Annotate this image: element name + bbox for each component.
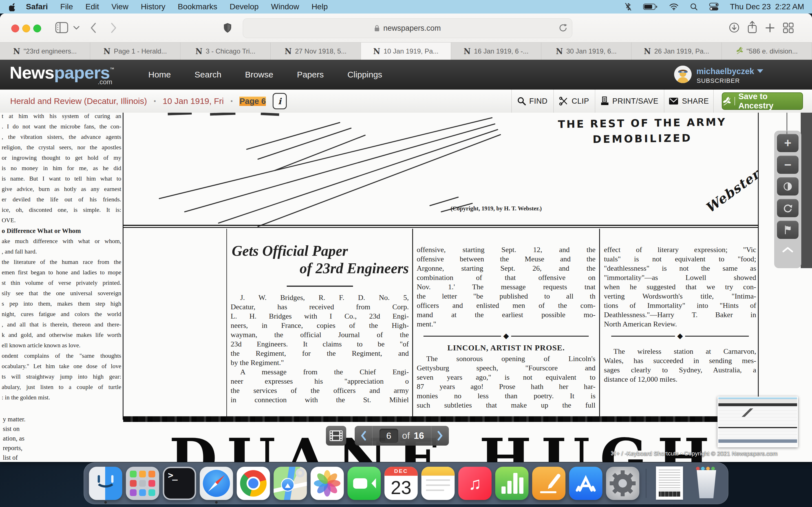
downloads-icon[interactable] (728, 22, 740, 34)
flag-icon (783, 225, 793, 235)
dock-trash[interactable] (690, 467, 723, 500)
tab-5[interactable]: N10 Jan 1919, Pa... (361, 43, 451, 60)
dock-numbers[interactable] (495, 467, 529, 500)
newsprint-line: k and gold, and otherwise makes life wor… (2, 330, 121, 340)
close-window-button[interactable] (11, 24, 19, 33)
apple-menu-icon[interactable] (9, 2, 17, 12)
minimize-window-button[interactable] (22, 24, 30, 33)
tab-9[interactable]: "586 e. division... (722, 43, 812, 60)
zoom-out-button[interactable]: − (777, 156, 799, 174)
next-page-button[interactable] (432, 426, 449, 446)
back-button[interactable] (90, 22, 96, 34)
share-label: SHARE (682, 97, 709, 106)
new-tab-icon[interactable] (765, 22, 775, 34)
bluetooth-off-icon[interactable] (624, 2, 632, 11)
keyboard-shortcuts-note: ⌘+ / -Keyboard Shortcuts • Copyright © 2… (610, 450, 777, 457)
menu-item-help[interactable]: Help (305, 2, 334, 11)
spotlight-icon[interactable] (690, 3, 698, 11)
forward-button[interactable] (110, 22, 117, 34)
zoom-window-button[interactable] (33, 24, 41, 33)
dock-facetime[interactable] (348, 467, 381, 500)
tab-7[interactable]: N30 Jan 1919, 6... (541, 43, 631, 60)
address-bar[interactable]: newspapers.com (243, 18, 572, 38)
menu-item-file[interactable]: File (54, 2, 79, 11)
user-menu[interactable]: michaelbyczek (696, 66, 763, 76)
menu-item-bookmarks[interactable]: Bookmarks (172, 2, 223, 11)
dock-safari[interactable] (200, 467, 233, 500)
sidebar-toggle-icon[interactable] (55, 22, 68, 34)
nav-papers[interactable]: Papers (297, 70, 324, 79)
find-button[interactable]: FIND (511, 90, 553, 113)
newspapers-logo[interactable]: Newspapers™ .com (10, 62, 114, 82)
dock-pages[interactable] (532, 467, 566, 500)
menu-item-edit[interactable]: Edit (79, 2, 105, 11)
dock-appstore[interactable] (569, 467, 603, 500)
sidebar-chevron-down-icon[interactable] (73, 26, 80, 31)
previous-page-button[interactable] (355, 426, 372, 446)
save-to-ancestry-button[interactable]: Save to Ancestry (722, 93, 803, 110)
newsprint-line: sily see that the one universal sovereig… (2, 288, 121, 298)
paper-title-link[interactable]: Herald and Review (Decatur, Illinois) (10, 96, 147, 106)
wifi-icon[interactable] (669, 3, 679, 10)
column-rule (599, 229, 600, 416)
newsprint-line: 87 years ago! Prose hath her har- (417, 382, 596, 391)
dock-maps[interactable] (274, 467, 307, 500)
paper-date-link[interactable]: 10 Jan 1919, Fri (163, 96, 224, 106)
dock-document[interactable] (653, 467, 686, 500)
dock-calendar[interactable]: DEC23 (385, 467, 418, 500)
newsprint-line: the Regiment, for the Regiment, and (231, 349, 409, 358)
share-button[interactable]: SHARE (664, 90, 713, 113)
nav-browse[interactable]: Browse (245, 70, 273, 79)
dock-settings[interactable] (606, 467, 640, 500)
flag-button[interactable] (777, 221, 799, 239)
tab-1[interactable]: N"23rd engineers... (0, 43, 90, 60)
menu-item-safari[interactable]: Safari (20, 2, 54, 11)
nav-search[interactable]: Search (195, 70, 221, 79)
menu-item-view[interactable]: View (105, 2, 135, 11)
current-page-input[interactable]: 6 (379, 429, 398, 443)
total-pages: 16 (414, 431, 424, 441)
control-center-icon[interactable] (709, 3, 719, 11)
tab-overview-icon[interactable] (783, 22, 794, 35)
newsprint-line: neers, in France, copies of the High- (231, 321, 409, 330)
share-icon[interactable] (747, 21, 758, 35)
tab-2[interactable]: NPage 1 - Herald... (90, 43, 181, 60)
info-button[interactable]: i (273, 93, 287, 109)
menu-item-history[interactable]: History (135, 2, 171, 11)
newsprint-line: , the vibration sisters, the advance age… (2, 132, 121, 142)
dock-launchpad[interactable] (126, 467, 159, 500)
newsprint-line: s pep into them, makes them step high (2, 298, 121, 309)
tab-3[interactable]: N3 - Chicago Tri... (181, 43, 271, 60)
menu-item-window[interactable]: Window (265, 2, 305, 11)
nav-clippings[interactable]: Clippings (347, 70, 382, 79)
privacy-shield-icon[interactable] (223, 22, 232, 34)
print-save-button[interactable]: PRINT/SAVE (595, 90, 664, 113)
tab-6[interactable]: N16 Jan 1919, 6 -... (451, 43, 541, 60)
avatar[interactable] (674, 66, 692, 83)
newsprint-line: tions of Immortality" into "Hints of (604, 301, 756, 310)
reload-icon[interactable] (559, 23, 567, 35)
thumbnail-view-button[interactable] (326, 426, 346, 446)
menu-clock[interactable]: Thu Dec 23 2:22 AM (730, 2, 804, 11)
dock-notes[interactable] (421, 467, 455, 500)
dock-chrome[interactable] (237, 467, 270, 500)
zoom-in-button[interactable]: + (777, 134, 799, 152)
battery-icon[interactable] (643, 3, 658, 10)
collapse-controls-button[interactable] (781, 246, 794, 255)
menu-item-develop[interactable]: Develop (223, 2, 265, 11)
dock-finder[interactable] (89, 467, 122, 500)
nav-home[interactable]: Home (148, 70, 171, 79)
page-thumbnail[interactable] (718, 397, 798, 447)
tab-4[interactable]: N27 Nov 1918, 5... (271, 43, 361, 60)
tab-8[interactable]: N26 Jan 1919, Pa... (631, 43, 722, 60)
contrast-button[interactable] (777, 177, 799, 195)
clip-button[interactable]: CLIP (553, 90, 595, 113)
newsprint-line: The sonorous opening of Lincoln's (417, 354, 596, 363)
dock-photos[interactable] (311, 467, 344, 500)
dock-terminal[interactable]: >_ (163, 467, 196, 500)
newsprint-line: The wireless station at Carnarvon, (604, 347, 756, 356)
article-right-column: effect of literary expression; "Victuals… (603, 229, 757, 384)
newspaper-viewer[interactable]: THE REST OF THE ARMY DEMOBILIZED (Copyri… (0, 113, 812, 462)
rotate-button[interactable] (777, 199, 799, 217)
dock-music[interactable]: ♫ (458, 467, 492, 500)
